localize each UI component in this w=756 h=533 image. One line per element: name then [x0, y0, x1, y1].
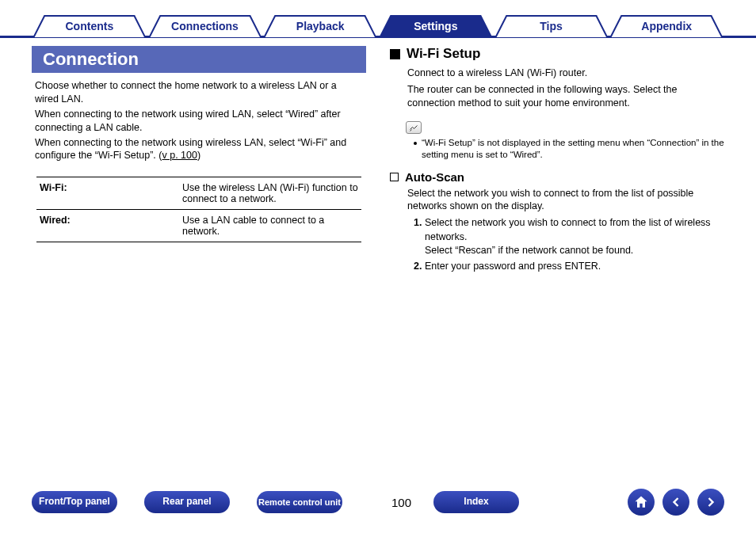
row-value-wired: Use a LAN cable to connect to a network. [182, 215, 358, 237]
right-column: Wi-Fi Setup Connect to a wireless LAN (W… [390, 46, 724, 275]
btn-remote-control-unit[interactable]: Remote control unit [257, 491, 342, 513]
para-intro-2: When connecting to the network using wir… [35, 108, 363, 135]
open-square-bullet-icon [390, 173, 399, 181]
home-icon [633, 494, 649, 510]
table-row: Wired: Use a LAN cable to connect to a n… [36, 210, 361, 242]
wifi-para-1: Connect to a wireless LAN (Wi-Fi) router… [407, 67, 724, 80]
heading-auto-scan: Auto-Scan [390, 170, 724, 184]
autoscan-intro: Select the network you wish to connect t… [407, 187, 724, 214]
tab-connections[interactable]: Connections [149, 14, 262, 38]
btn-rear-panel[interactable]: Rear panel [144, 491, 230, 513]
tab-settings[interactable]: Settings [380, 14, 492, 38]
heading-wifi-setup: Wi-Fi Setup [390, 46, 724, 62]
step-2: Enter your password and press ENTER. [425, 260, 724, 274]
connection-table: Wi-Fi: Use the wireless LAN (Wi-Fi) func… [36, 177, 361, 242]
tab-contents[interactable]: Contents [33, 14, 146, 38]
top-tabs: Contents Connections Playback Settings T… [0, 6, 756, 38]
btn-index[interactable]: Index [433, 491, 519, 513]
row-value-wifi: Use the wireless LAN (Wi-Fi) function to… [182, 182, 358, 204]
page-number: 100 [391, 496, 411, 509]
step-1: Select the network you wish to connect t… [425, 216, 724, 258]
table-row: Wi-Fi: Use the wireless LAN (Wi-Fi) func… [36, 177, 361, 210]
btn-home[interactable] [628, 489, 655, 516]
tab-appendix[interactable]: Appendix [610, 14, 723, 38]
btn-prev-page[interactable] [662, 489, 689, 516]
note-icon [406, 121, 422, 134]
left-column: Connection Choose whether to connect the… [32, 46, 366, 275]
note-text: “Wi-Fi Setup” is not displayed in the se… [414, 137, 724, 161]
row-label-wired: Wired: [40, 215, 182, 237]
tab-tips[interactable]: Tips [495, 14, 608, 38]
row-label-wifi: Wi-Fi: [40, 182, 182, 204]
link-page-100[interactable]: v p. 100 [162, 150, 197, 161]
main-content: Connection Choose whether to connect the… [32, 46, 724, 275]
footer-nav: Front/Top panel Rear panel Remote contro… [32, 489, 724, 516]
square-bullet-icon [390, 49, 400, 59]
arrow-left-icon [668, 494, 684, 510]
wifi-para-2: The router can be connected in the follo… [407, 83, 724, 110]
autoscan-steps: Select the network you wish to connect t… [407, 216, 724, 273]
section-title-connection: Connection [32, 46, 366, 73]
arrow-right-icon [703, 494, 719, 510]
btn-front-top-panel[interactable]: Front/Top panel [32, 491, 117, 513]
btn-next-page[interactable] [697, 489, 724, 516]
para-intro-1: Choose whether to connect the home netwo… [35, 79, 363, 106]
para-intro-3: When connecting to the network using wir… [35, 136, 363, 163]
tab-playback[interactable]: Playback [264, 14, 376, 38]
